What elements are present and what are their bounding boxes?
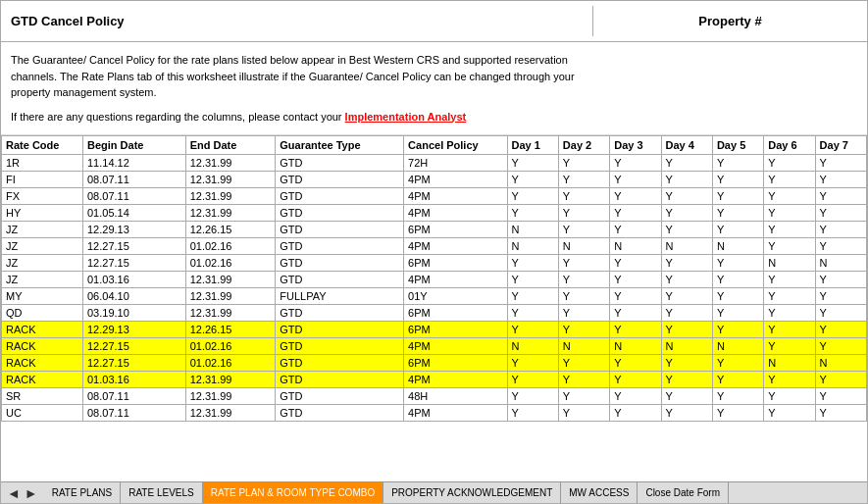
col-header-begin: Begin Date [82, 136, 185, 155]
cell-day4: Y [661, 355, 712, 372]
page-title: GTD Cancel Policy [1, 6, 592, 36]
cell-day4: Y [661, 172, 712, 188]
cell-cancel-policy: 4PM [404, 338, 507, 355]
cell-day1: Y [507, 172, 558, 188]
cell-day2: Y [558, 205, 609, 222]
table-header-row: Rate Code Begin Date End Date Guarantee … [2, 136, 867, 155]
cell-day4: Y [661, 405, 712, 422]
cell-day4: Y [661, 288, 712, 305]
cell-day2: Y [558, 272, 609, 288]
cell-cancel-policy: 48H [404, 388, 507, 405]
contact-line: If there are any questions regarding the… [11, 109, 857, 126]
cell-day6: N [764, 255, 815, 272]
cell-guarantee-type: GTD [276, 322, 404, 338]
cell-day6: N [764, 355, 815, 372]
cell-begin-date: 12.29.13 [82, 222, 185, 238]
cell-day5: Y [712, 305, 763, 322]
cell-rate-code: FI [2, 172, 83, 188]
table-row: FI08.07.1112.31.99GTD4PMYYYYYYY [2, 172, 867, 188]
cell-day5: Y [712, 255, 763, 272]
cell-cancel-policy: 4PM [404, 272, 507, 288]
table-row: RACK12.27.1501.02.16GTD4PMNNNNNYY [2, 338, 867, 355]
col-header-day4: Day 4 [661, 136, 712, 155]
cell-day1: Y [507, 372, 558, 388]
cell-begin-date: 01.03.16 [82, 372, 185, 388]
cell-day5: N [712, 338, 763, 355]
col-header-rate: Rate Code [2, 136, 83, 155]
cell-end-date: 12.31.99 [185, 405, 276, 422]
cell-guarantee-type: FULLPAY [276, 288, 404, 305]
nav-next-icon[interactable]: ► [25, 485, 38, 501]
cell-day1: Y [507, 188, 558, 205]
cell-rate-code: JZ [2, 238, 83, 255]
tab-mw-access[interactable]: MW ACCESS [561, 482, 638, 503]
cell-day5: Y [712, 272, 763, 288]
cell-day5: Y [712, 355, 763, 372]
cell-day7: Y [815, 222, 866, 238]
cell-day3: Y [610, 405, 661, 422]
cell-day4: Y [661, 188, 712, 205]
table-row: RACK12.29.1312.26.15GTD6PMYYYYYYY [2, 322, 867, 338]
nav-prev-icon[interactable]: ◄ [7, 485, 21, 501]
cell-day3: Y [610, 188, 661, 205]
cell-end-date: 12.31.99 [185, 288, 276, 305]
cell-cancel-policy: 6PM [404, 222, 507, 238]
cell-day4: Y [661, 322, 712, 338]
cell-cancel-policy: 4PM [404, 172, 507, 188]
cell-rate-code: HY [2, 205, 83, 222]
cell-day5: Y [712, 205, 763, 222]
cell-guarantee-type: GTD [276, 372, 404, 388]
cell-day6: Y [764, 238, 815, 255]
cell-cancel-policy: 72H [404, 155, 507, 172]
table-row: JZ12.27.1501.02.16GTD6PMYYYYYNN [2, 255, 867, 272]
cell-day2: N [558, 338, 609, 355]
cell-begin-date: 08.07.11 [82, 188, 185, 205]
table-row: RACK12.27.1501.02.16GTD6PMYYYYYNN [2, 355, 867, 372]
cell-day3: Y [610, 288, 661, 305]
cell-cancel-policy: 4PM [404, 188, 507, 205]
cell-day5: Y [712, 405, 763, 422]
tab-rate-plan--room-type-combo[interactable]: RATE PLAN & ROOM TYPE COMBO [203, 482, 383, 503]
analyst-link[interactable]: Implementation Analyst [345, 111, 467, 123]
col-header-day6: Day 6 [764, 136, 815, 155]
cell-rate-code: JZ [2, 272, 83, 288]
cell-day2: Y [558, 305, 609, 322]
cell-day6: Y [764, 305, 815, 322]
cell-end-date: 12.31.99 [185, 155, 276, 172]
cell-day6: Y [764, 288, 815, 305]
tab-close-date-form[interactable]: Close Date Form [638, 482, 729, 503]
cell-begin-date: 01.03.16 [82, 272, 185, 288]
cell-day2: Y [558, 355, 609, 372]
cell-day2: Y [558, 288, 609, 305]
cell-day2: Y [558, 255, 609, 272]
desc-line2: channels. The Rate Plans tab of this wor… [11, 71, 575, 82]
tabs-row: ◄ ► RATE PLANSRATE LEVELSRATE PLAN & ROO… [1, 481, 867, 503]
cell-day4: Y [661, 372, 712, 388]
tab-rate-levels[interactable]: RATE LEVELS [121, 482, 203, 503]
tab-rate-plans[interactable]: RATE PLANS [44, 482, 122, 503]
cell-day7: N [815, 355, 866, 372]
cell-day7: Y [815, 188, 866, 205]
tabs-container: RATE PLANSRATE LEVELSRATE PLAN & ROOM TY… [44, 482, 729, 503]
cell-day7: Y [815, 372, 866, 388]
tab-property-acknowledgement[interactable]: PROPERTY ACKNOWLEDGEMENT [383, 482, 561, 503]
cell-guarantee-type: GTD [276, 388, 404, 405]
cell-day2: Y [558, 388, 609, 405]
tab-nav-left[interactable]: ◄ ► [1, 482, 44, 503]
cell-day4: N [661, 338, 712, 355]
cell-day1: Y [507, 155, 558, 172]
cell-guarantee-type: GTD [276, 188, 404, 205]
col-header-day1: Day 1 [507, 136, 558, 155]
cell-day7: Y [815, 288, 866, 305]
cell-end-date: 12.26.15 [185, 322, 276, 338]
cell-day4: Y [661, 222, 712, 238]
cell-begin-date: 01.05.14 [82, 205, 185, 222]
cell-end-date: 12.31.99 [185, 172, 276, 188]
cell-day2: Y [558, 372, 609, 388]
cell-end-date: 01.02.16 [185, 338, 276, 355]
col-header-cpolicy: Cancel Policy [404, 136, 507, 155]
description-block: The Guarantee/ Cancel Policy for the rat… [11, 52, 857, 101]
table-row: 1R11.14.1212.31.99GTD72HYYYYYYY [2, 155, 867, 172]
cell-day6: Y [764, 338, 815, 355]
cell-day5: Y [712, 222, 763, 238]
